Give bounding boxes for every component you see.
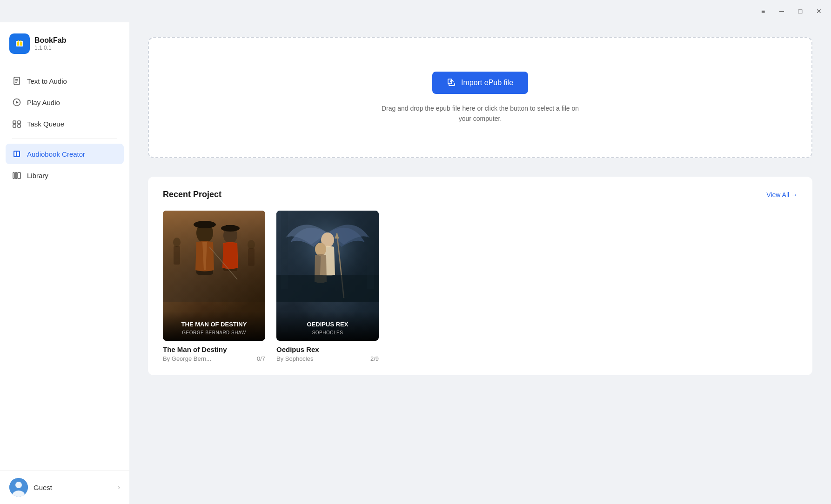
cover-art-man-destiny	[163, 211, 265, 302]
book-card-oedipus-rex[interactable]: OEDIPUS REX SOPHOCLES Oedipus Rex By Sop…	[276, 211, 379, 362]
user-name: Guest	[34, 484, 112, 491]
book-title-man-of-destiny: The Man of Destiny	[163, 345, 265, 353]
sidebar-item-play-audio-label: Play Audio	[27, 99, 60, 106]
close-button[interactable]: ✕	[814, 7, 824, 16]
svg-rect-31	[200, 221, 209, 226]
svg-marker-11	[16, 101, 19, 104]
chevron-right-icon: ›	[118, 484, 120, 491]
task-icon	[12, 119, 21, 128]
book-info-row-oedipus: By Sophocles 2/9	[276, 355, 379, 362]
cover-overlay-oedipus: OEDIPUS REX SOPHOCLES	[276, 312, 379, 341]
svg-rect-19	[13, 172, 14, 179]
svg-rect-40	[248, 248, 255, 266]
book-progress-man-of-destiny: 0/7	[257, 355, 265, 362]
app-container: BookFab 1.1.0.1 Text to Audio	[0, 22, 831, 504]
cover-art-oedipus	[276, 211, 379, 302]
book-progress-oedipus: 2/9	[370, 355, 379, 362]
books-grid: THE MAN OF DESTINY GEORGE BERNARD SHAW T…	[163, 211, 797, 362]
cover-author-oedipus: SOPHOCLES	[282, 330, 373, 335]
svg-rect-25	[448, 79, 452, 84]
sidebar-item-text-to-audio-label: Text to Audio	[27, 77, 67, 85]
import-area[interactable]: Import ePub file Drag and drop the epub …	[148, 37, 812, 158]
svg-rect-4	[18, 40, 19, 42]
book-cover-man-of-destiny: THE MAN OF DESTINY GEORGE BERNARD SHAW	[163, 211, 265, 341]
title-bar: ≡ ─ □ ✕	[0, 0, 831, 22]
library-icon	[12, 171, 21, 180]
book-title-oedipus: Oedipus Rex	[276, 345, 379, 353]
import-epub-button-label: Import ePub file	[461, 79, 513, 87]
book-cover-oedipus: OEDIPUS REX SOPHOCLES	[276, 211, 379, 341]
sidebar-item-task-queue-label: Task Queue	[27, 120, 64, 128]
svg-rect-5	[20, 40, 21, 42]
svg-rect-18	[17, 152, 19, 156]
sidebar-item-audiobook-creator[interactable]: Audiobook Creator	[6, 144, 124, 164]
minimize-button[interactable]: ─	[777, 7, 786, 16]
window-controls: ≡ ─ □ ✕	[758, 7, 824, 16]
avatar	[9, 478, 28, 497]
book-author-oedipus: By Sophocles	[276, 355, 314, 362]
svg-rect-2	[17, 42, 19, 46]
svg-rect-12	[13, 121, 16, 124]
sidebar: BookFab 1.1.0.1 Text to Audio	[0, 22, 129, 504]
cover-overlay-man-of-destiny: THE MAN OF DESTINY GEORGE BERNARD SHAW	[163, 312, 265, 341]
user-area[interactable]: Guest ›	[0, 470, 129, 504]
recent-header: Recent Project View All →	[163, 190, 797, 199]
sidebar-item-library[interactable]: Library	[6, 165, 124, 186]
recent-title: Recent Project	[163, 190, 221, 199]
nav-divider	[12, 139, 117, 139]
svg-rect-14	[18, 121, 20, 124]
svg-rect-35	[226, 225, 235, 230]
logo-area: BookFab 1.1.0.1	[0, 22, 129, 67]
import-epub-icon	[447, 78, 456, 87]
sidebar-item-audiobook-creator-label: Audiobook Creator	[27, 150, 85, 158]
book-card-man-of-destiny[interactable]: THE MAN OF DESTINY GEORGE BERNARD SHAW T…	[163, 211, 265, 362]
svg-rect-15	[18, 125, 20, 127]
svg-rect-48	[281, 211, 288, 289]
app-logo-icon	[9, 33, 30, 54]
svg-rect-47	[276, 275, 379, 302]
svg-rect-13	[13, 125, 16, 127]
sidebar-item-library-label: Library	[27, 172, 48, 179]
book-author-man-of-destiny: By George Bern...	[163, 355, 211, 362]
menu-button[interactable]: ≡	[758, 7, 768, 16]
recent-section: Recent Project View All →	[148, 177, 812, 375]
svg-rect-17	[14, 152, 16, 156]
svg-point-23	[15, 482, 22, 488]
import-epub-button[interactable]: Import ePub file	[432, 72, 528, 94]
book-info-row-man-of-destiny: By George Bern... 0/7	[163, 355, 265, 362]
svg-rect-49	[367, 211, 374, 289]
svg-point-39	[248, 240, 255, 249]
cover-title-man-of-destiny: THE MAN OF DESTINY	[168, 321, 260, 329]
view-all-link[interactable]: View All →	[766, 191, 797, 199]
cover-author-man-of-destiny: GEORGE BERNARD SHAW	[168, 330, 260, 335]
audiobook-icon	[12, 149, 21, 159]
sidebar-item-text-to-audio[interactable]: Text to Audio	[6, 71, 124, 91]
cover-title-oedipus: OEDIPUS REX	[282, 321, 373, 329]
maximize-button[interactable]: □	[796, 7, 805, 16]
svg-rect-38	[174, 246, 180, 265]
play-icon	[12, 98, 21, 107]
svg-point-44	[315, 243, 326, 256]
nav-section: Text to Audio Play Audio	[0, 67, 129, 470]
sidebar-item-task-queue[interactable]: Task Queue	[6, 113, 124, 134]
logo-text: BookFab 1.1.0.1	[34, 36, 66, 51]
import-hint: Drag and drop the epub file here or clic…	[382, 103, 579, 124]
sidebar-item-play-audio[interactable]: Play Audio	[6, 92, 124, 113]
svg-point-37	[173, 238, 181, 247]
svg-rect-3	[20, 42, 22, 46]
main-content: Import ePub file Drag and drop the epub …	[129, 22, 831, 504]
doc-icon	[12, 76, 21, 86]
svg-rect-21	[18, 172, 20, 179]
app-version: 1.1.0.1	[34, 45, 66, 51]
svg-rect-20	[15, 172, 17, 179]
app-name: BookFab	[34, 36, 66, 45]
